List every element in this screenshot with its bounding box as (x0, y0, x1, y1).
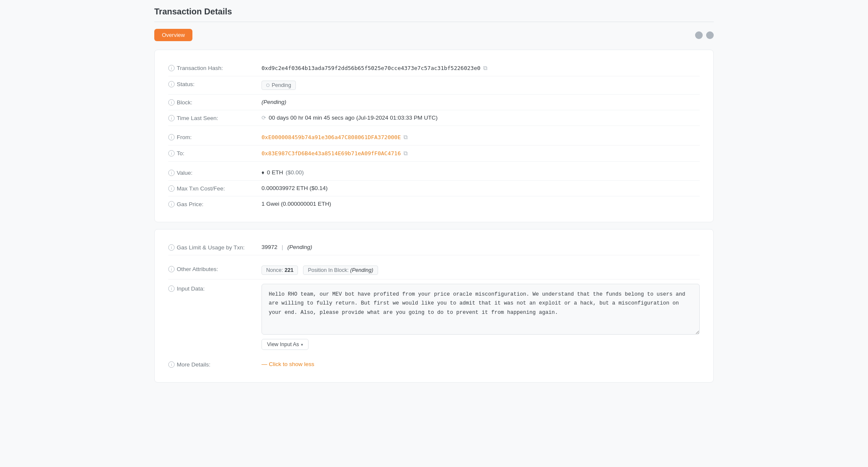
info-icon-to: i (168, 150, 175, 157)
chevron-down-icon: ▾ (301, 342, 303, 347)
info-icon-gasprice: i (168, 201, 175, 207)
other-attributes-label: i Other Attributes: (168, 266, 262, 272)
max-txn-cost-label: i Max Txn Cost/Fee: (168, 185, 262, 192)
status-badge: Pending (262, 81, 296, 90)
more-details-label: i More Details: (168, 361, 262, 368)
max-txn-cost-row: i Max Txn Cost/Fee: 0.000039972 ETH ($0.… (168, 181, 700, 196)
gas-price-label: i Gas Price: (168, 201, 262, 207)
gas-price-row: i Gas Price: 1 Gwei (0.000000001 ETH) (168, 196, 700, 212)
info-icon-status: i (168, 81, 175, 87)
info-icon-maxtxn: i (168, 185, 175, 192)
gas-limit-value: 39972 | (Pending) (262, 244, 700, 250)
time-refresh-icon: ⟳ (262, 115, 266, 121)
view-input-as-button[interactable]: View Input As ▾ (262, 339, 309, 350)
nonce-badge: Nonce: 221 (262, 266, 298, 275)
page-title: Transaction Details (154, 0, 714, 22)
info-icon-txhash: i (168, 65, 175, 71)
overview-button[interactable]: Overview (154, 29, 192, 41)
block-row: i Block: (Pending) (168, 95, 700, 110)
other-attributes-row: i Other Attributes: Nonce: 221 Position … (168, 261, 700, 280)
to-row: i To: 0x83E987C3fD6B4e43a8514E69b71eA09f… (168, 145, 700, 162)
transaction-hash-value: 0xd9c2e4f0364b13ada759f2dd56b65f5025e70c… (262, 64, 700, 72)
position-badge: Position In Block: (Pending) (303, 266, 378, 275)
info-icon-moredetails: i (168, 361, 175, 368)
status-value: Pending (262, 81, 700, 90)
info-icon-block: i (168, 99, 175, 106)
input-data-row: i Input Data: Hello RHO team, our MEV bo… (168, 280, 700, 354)
max-txn-cost-value: 0.000039972 ETH ($0.14) (262, 185, 700, 191)
position-value: (Pending) (350, 267, 373, 273)
other-attributes-value: Nonce: 221 Position In Block: (Pending) (262, 266, 700, 275)
gas-price-value: 1 Gwei (0.000000001 ETH) (262, 201, 700, 207)
info-icon-from: i (168, 134, 175, 140)
copy-txhash-icon[interactable]: ⧉ (483, 64, 487, 72)
nav-dot-2[interactable] (706, 31, 714, 39)
value-label: i Value: (168, 169, 262, 176)
more-details-value: — Click to show less (262, 361, 700, 367)
copy-from-icon[interactable]: ⧉ (403, 134, 408, 141)
from-value: 0xE000008459b74a91e306a47C808061DFA37200… (262, 134, 700, 141)
block-value: (Pending) (262, 99, 700, 105)
nav-dots (695, 31, 714, 39)
tx-hash-text: 0xd9c2e4f0364b13ada759f2dd56b65f5025e70c… (262, 65, 481, 71)
value-amount: ♦ 0 ETH ($0.00) (262, 169, 700, 176)
status-row: i Status: Pending (168, 76, 700, 95)
show-less-link[interactable]: — Click to show less (262, 361, 314, 367)
top-bar: Overview (154, 29, 714, 41)
more-details-row: i More Details: — Click to show less (168, 354, 700, 372)
to-label: i To: (168, 150, 262, 157)
info-icon-value: i (168, 170, 175, 176)
input-data-label: i Input Data: (168, 284, 262, 292)
value-row: i Value: ♦ 0 ETH ($0.00) (168, 165, 700, 181)
time-last-seen-label: i Time Last Seen: (168, 115, 262, 121)
to-address-link[interactable]: 0x83E987C3fD6B4e43a8514E69b71eA09fF0AC47… (262, 150, 401, 157)
transaction-extra-card: i Gas Limit & Usage by Txn: 39972 | (Pen… (154, 229, 714, 383)
from-row: i From: 0xE000008459b74a91e306a47C808061… (168, 129, 700, 145)
time-last-seen-value: ⟳ 00 days 00 hr 04 min 45 secs ago (Jul-… (262, 115, 700, 121)
input-data-content: Hello RHO team, our MEV bot have profite… (262, 284, 700, 350)
to-value: 0x83E987C3fD6B4e43a8514E69b71eA09fF0AC47… (262, 150, 700, 157)
copy-to-icon[interactable]: ⧉ (403, 150, 408, 157)
nonce-number: 221 (285, 267, 294, 273)
transaction-hash-label: i Transaction Hash: (168, 64, 262, 71)
info-icon-otherattribs: i (168, 266, 175, 272)
nav-dot-1[interactable] (695, 31, 703, 39)
block-label: i Block: (168, 99, 262, 106)
transaction-main-card: i Transaction Hash: 0xd9c2e4f0364b13ada7… (154, 50, 714, 222)
status-dot-icon (266, 84, 270, 87)
from-label: i From: (168, 134, 262, 140)
eth-icon: ♦ (262, 169, 264, 176)
input-data-text[interactable]: Hello RHO team, our MEV bot have profite… (262, 284, 700, 335)
from-address-link[interactable]: 0xE000008459b74a91e306a47C808061DFA37200… (262, 134, 401, 140)
info-icon-time: i (168, 115, 175, 121)
time-last-seen-row: i Time Last Seen: ⟳ 00 days 00 hr 04 min… (168, 110, 700, 126)
transaction-hash-row: i Transaction Hash: 0xd9c2e4f0364b13ada7… (168, 60, 700, 76)
gas-limit-row: i Gas Limit & Usage by Txn: 39972 | (Pen… (168, 240, 700, 255)
input-data-wrapper: Hello RHO team, our MEV bot have profite… (262, 284, 700, 335)
status-label: i Status: (168, 81, 262, 87)
info-icon-gaslimit: i (168, 244, 175, 251)
info-icon-inputdata: i (168, 285, 175, 292)
gas-limit-label: i Gas Limit & Usage by Txn: (168, 244, 262, 251)
